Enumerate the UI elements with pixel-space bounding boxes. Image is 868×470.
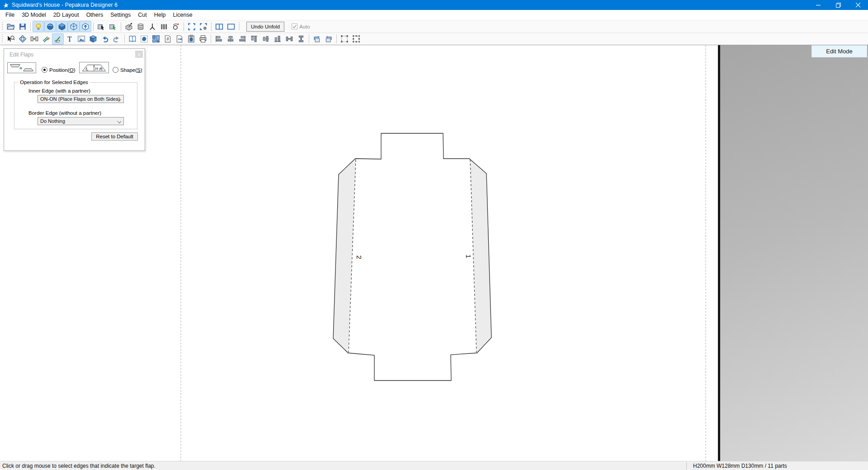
toolbar-grip[interactable] — [1, 34, 4, 43]
inner-edge-label: Inner Edge (with a partner) — [28, 88, 90, 94]
border-edge-dropdown-value: Do Nothing — [40, 118, 65, 124]
flap-position-icon[interactable] — [7, 62, 36, 73]
align-right-button[interactable] — [236, 33, 248, 45]
text-tool-button[interactable]: T — [64, 33, 75, 45]
undo-button[interactable] — [99, 33, 111, 45]
align-top-button[interactable] — [248, 33, 260, 45]
shape-radio-label[interactable]: Shape(S) — [120, 67, 142, 73]
select-3d-part-button[interactable] — [107, 21, 119, 32]
auto-checkbox-label: Auto — [299, 24, 310, 29]
inner-edge-dropdown[interactable]: ON-ON (Place Flaps on Both Sides) — [38, 95, 124, 103]
rotate-view-button[interactable] — [170, 21, 182, 32]
3d-view-panel[interactable] — [720, 45, 868, 461]
arrange-parts-button[interactable] — [150, 33, 162, 45]
cylinder-button[interactable] — [135, 21, 146, 32]
edge-color-button[interactable] — [40, 33, 52, 45]
select-3d-button[interactable] — [95, 21, 107, 32]
measure-button[interactable] — [158, 21, 170, 32]
box-3d-button[interactable] — [87, 33, 99, 45]
pull-edge-button[interactable] — [123, 21, 135, 32]
align-left-button[interactable] — [213, 33, 225, 45]
align-middle-h-button[interactable] — [260, 33, 272, 45]
menu-others[interactable]: Others — [83, 10, 107, 19]
loop-select-button[interactable] — [17, 33, 28, 45]
menu-bar: File3D Model2D LayoutOthersSettingsCutHe… — [0, 10, 868, 20]
group-select-button[interactable] — [339, 33, 350, 45]
print-button[interactable] — [197, 33, 209, 45]
select-part-button[interactable] — [138, 33, 150, 45]
shape-radio[interactable] — [113, 67, 118, 73]
chevron-down-icon — [117, 119, 121, 123]
menu-3d-model[interactable]: 3D Model — [18, 10, 50, 19]
auto-checkbox-group[interactable]: Auto — [292, 24, 310, 29]
minimize-button[interactable] — [808, 0, 828, 10]
flap-shape-icon[interactable]: L H R — [79, 62, 109, 73]
save-button[interactable] — [17, 21, 28, 32]
position-radio-label[interactable]: Position(O) — [49, 67, 75, 73]
edit-flaps-icon — [54, 35, 62, 43]
menu-license[interactable]: License — [170, 10, 196, 19]
distribute-v-icon — [297, 35, 305, 43]
align-bottom-button[interactable] — [272, 33, 283, 45]
panel-close-icon[interactable]: x — [135, 51, 143, 58]
render-texture-button[interactable] — [44, 21, 56, 32]
toolbar-separator — [124, 34, 125, 43]
render-solid-icon — [58, 23, 66, 31]
status-message: Click or drag mouse to select edges that… — [0, 463, 686, 469]
close-button[interactable] — [848, 0, 868, 10]
area-select-button[interactable] — [186, 21, 198, 32]
page-number-icon: # — [164, 35, 172, 43]
area-select-config-icon — [199, 23, 208, 31]
undo-unfold-button[interactable]: Undo Unfold — [246, 22, 284, 32]
auto-checkbox[interactable] — [292, 24, 297, 29]
layout-2d-canvas[interactable]: 21 Edit Mode Edit Flaps x Position(O) — [0, 45, 868, 461]
rotate-right-button[interactable] — [323, 33, 335, 45]
distribute-h-button[interactable] — [283, 33, 295, 45]
select-2d-button[interactable] — [5, 33, 17, 45]
position-radio[interactable] — [42, 67, 47, 73]
edit-mode-button[interactable]: Edit Mode — [811, 45, 867, 57]
svg-text:R: R — [99, 67, 102, 71]
toolbar-grip[interactable] — [238, 22, 241, 31]
clipboard-paste-button[interactable] — [185, 33, 197, 45]
title-bar: Squidward's House - Pepakura Designer 6 — [0, 0, 868, 10]
area-select-config-button[interactable] — [198, 21, 209, 32]
align-center-h-button[interactable] — [225, 33, 236, 45]
page-number-button[interactable]: # — [162, 33, 174, 45]
pull-edge-icon — [125, 23, 133, 31]
selection-handles-button[interactable] — [350, 33, 362, 45]
one-pane-layout-button[interactable] — [225, 21, 237, 32]
menu-help[interactable]: Help — [151, 10, 170, 19]
two-pane-layout-button[interactable] — [213, 21, 225, 32]
menu-file[interactable]: File — [2, 10, 18, 19]
toolbar-grip[interactable] — [1, 22, 4, 31]
flap-space-icon — [30, 35, 38, 43]
render-edge-button[interactable] — [80, 21, 91, 32]
open-file-button[interactable] — [5, 21, 17, 32]
menu-settings[interactable]: Settings — [107, 10, 134, 19]
toolbar-2d: T# — [0, 33, 868, 45]
restore-button[interactable] — [828, 0, 848, 10]
status-bar: Click or drag mouse to select edges that… — [0, 461, 868, 470]
distribute-v-button[interactable] — [295, 33, 307, 45]
edit-flaps-button[interactable] — [52, 33, 64, 45]
page-export-button[interactable] — [174, 33, 185, 45]
render-solid-button[interactable] — [56, 21, 68, 32]
axis-tripod-button[interactable] — [146, 21, 158, 32]
menu-cut[interactable]: Cut — [134, 10, 150, 19]
render-light-button[interactable] — [33, 21, 44, 32]
arrange-parts-icon — [152, 35, 160, 43]
open-book-button[interactable] — [127, 33, 138, 45]
border-edge-dropdown[interactable]: Do Nothing — [38, 117, 124, 125]
image-tool-button[interactable] — [75, 33, 87, 45]
redo-button[interactable] — [111, 33, 123, 45]
rotate-left-button[interactable] — [311, 33, 323, 45]
flap-space-button[interactable] — [28, 33, 40, 45]
measure-icon — [160, 23, 168, 31]
loop-select-icon — [19, 35, 27, 43]
align-center-h-icon — [226, 35, 235, 43]
svg-text:L: L — [86, 67, 89, 71]
render-wireframe-button[interactable] — [68, 21, 80, 32]
menu-2d-layout[interactable]: 2D Layout — [50, 10, 83, 19]
reset-to-default-button[interactable]: Reset to Default — [91, 132, 138, 141]
